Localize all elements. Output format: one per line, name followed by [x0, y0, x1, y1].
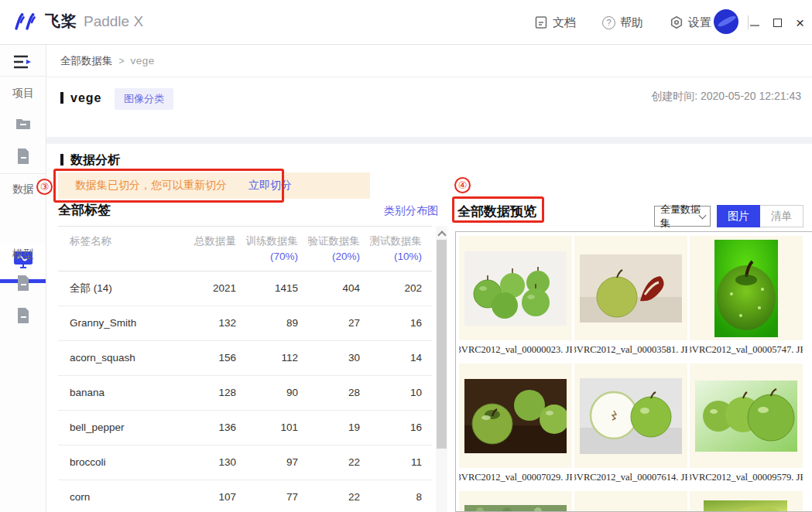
table-cell: 90 [242, 387, 304, 398]
data-preview-title: 全部数据预览 [457, 203, 536, 220]
preview-card[interactable] [459, 491, 572, 512]
preview-image [459, 364, 572, 468]
table-cell: 8 [366, 491, 428, 503]
table-cell: broccoli [58, 456, 180, 468]
table-scrollbar-thumb[interactable] [437, 240, 447, 449]
table-row: 全部 (14) 2021 1415 404 202 [58, 271, 432, 306]
table-cell: 16 [366, 422, 428, 433]
title-marker [60, 92, 63, 104]
table-row: bell_pepper 136 101 19 16 [58, 411, 432, 445]
preview-card[interactable]: 3VRC2012_val_00000023. JP [459, 236, 572, 359]
window-controls: × [750, 0, 804, 45]
preview-filename: 3VRC2012_val_00007614. JP [574, 468, 687, 486]
table-cell: 130 [180, 456, 242, 468]
table-cell: 404 [304, 282, 366, 294]
file-icon-2[interactable] [14, 274, 33, 292]
sidebar-section-project: 项目 [0, 87, 46, 101]
table-cell: 30 [304, 352, 366, 364]
table-row: Granny_Smith 132 89 27 16 [58, 306, 432, 341]
table-cell: 11 [366, 456, 428, 468]
close-icon[interactable]: × [796, 15, 804, 30]
class-distribution-link[interactable]: 类别分布图 [384, 204, 438, 218]
table-cell: banana [58, 387, 180, 398]
breadcrumb-parent[interactable]: 全部数据集 [60, 54, 113, 68]
view-toggle-list[interactable]: 清单 [760, 205, 803, 227]
gear-icon [670, 15, 684, 29]
minimize-icon[interactable] [750, 25, 759, 26]
resplit-link[interactable]: 立即切分 [248, 179, 292, 193]
sidebar-divider [0, 173, 46, 174]
table-cell: corn [58, 491, 180, 503]
menu-toggle-icon[interactable] [12, 54, 33, 70]
nav-help[interactable]: ? 帮助 [602, 15, 643, 30]
table-cell: 107 [180, 491, 242, 503]
table-cell: 132 [180, 317, 242, 329]
preview-card[interactable]: 3VRC2012_val_00009579. JP [690, 364, 803, 486]
col-header-test: 测试数据集(10%) [366, 234, 428, 265]
table-cell: 14 [366, 352, 428, 364]
table-cell: 136 [180, 422, 242, 433]
table-cell: 77 [242, 491, 304, 503]
folder-icon[interactable] [14, 114, 33, 133]
preview-filename: 3VRC2012_val_00003581. JP [574, 340, 687, 359]
nav-settings[interactable]: 设置 [670, 15, 711, 30]
dataset-header-card: vege 图像分类 创建时间: 2020-05-20 12:21:43 [46, 77, 812, 137]
annotation-circle-4: ④ [454, 177, 471, 193]
table-cell: 101 [242, 422, 304, 433]
preview-filename: 3VRC2012_val_00007029. JP [459, 468, 572, 486]
table-cell: 156 [180, 352, 242, 364]
app-window: 飞桨 Paddle X 文档 ? 帮助 设置 [0, 0, 812, 512]
maximize-icon[interactable] [773, 19, 782, 27]
nav-settings-label: 设置 [688, 15, 711, 30]
preview-card[interactable]: 3VRC2012_val_00007029. JP [459, 364, 572, 486]
table-cell: 97 [242, 456, 304, 468]
table-cell: bell_pepper [58, 422, 180, 433]
preview-image [690, 364, 803, 468]
paddle-logo: 飞桨 Paddle X [14, 11, 143, 32]
table-row: broccoli 130 97 22 11 [58, 445, 432, 480]
data-analysis-card: 数据分析 数据集已切分，您可以重新切分 立即切分 ③ 全部标签 类别分布图 标签… [46, 144, 812, 512]
preview-image [690, 236, 803, 340]
preview-panel: 3VRC2012_val_00000023. JP 3VRC2012_val_0… [455, 231, 812, 512]
preview-filename: 3VRC2012_val_00009579. JP [690, 468, 803, 486]
table-cell: 1415 [242, 282, 304, 294]
nav-docs[interactable]: 文档 [534, 15, 576, 30]
annotation-circle-3: ③ [36, 179, 53, 195]
breadcrumb: 全部数据集 > vege [46, 45, 812, 77]
view-toggle-image[interactable]: 图片 [717, 205, 760, 227]
dataset-filter-select[interactable]: 全量数据集 [654, 206, 711, 227]
table-cell: 27 [304, 317, 366, 329]
analysis-section-title: 数据分析 [60, 152, 120, 169]
table-cell: 128 [180, 387, 242, 398]
paddle-logo-icon [14, 12, 40, 31]
table-cell: 22 [304, 456, 366, 468]
col-header-total: 总数据量 [180, 234, 242, 265]
preview-card[interactable] [574, 491, 687, 512]
preview-card[interactable]: 3VRC2012_val_00003581. JP [574, 236, 687, 359]
dataset-created-time: 创建时间: 2020-05-20 12:21:43 [651, 90, 801, 104]
preview-card[interactable] [690, 491, 803, 512]
preview-card[interactable]: 3VRC2012_val_00007614. JP [574, 364, 687, 486]
sidebar: 项目 数据 模型 [0, 45, 46, 512]
table-cell: 16 [366, 317, 428, 329]
file-icon-3[interactable] [14, 306, 33, 325]
table-cell: 89 [242, 317, 304, 329]
table-cell: Granny_Smith [58, 317, 180, 329]
dataset-title: vege [60, 91, 101, 105]
split-status-message: 数据集已切分，您可以重新切分 [75, 179, 227, 193]
col-header-val: 验证数据集(20%) [304, 234, 366, 265]
split-status-banner: 数据集已切分，您可以重新切分 立即切分 [58, 172, 370, 199]
file-icon-1[interactable] [14, 147, 33, 166]
scroll-up-icon[interactable] [438, 230, 444, 236]
section-gap [46, 137, 812, 144]
table-row: acorn_squash 156 112 30 14 [58, 341, 432, 376]
table-cell: 19 [304, 422, 366, 433]
document-icon [534, 15, 548, 29]
user-avatar[interactable] [714, 9, 738, 34]
table-scrollbar[interactable] [436, 226, 447, 512]
all-labels-title: 全部标签 [58, 201, 111, 219]
table-row: corn 107 77 22 8 [58, 480, 432, 512]
col-header-label-name: 标签名称 [58, 234, 180, 265]
table-cell: 10 [366, 387, 428, 398]
preview-card[interactable]: 3VRC2012_val_00005747. JP [690, 236, 803, 359]
